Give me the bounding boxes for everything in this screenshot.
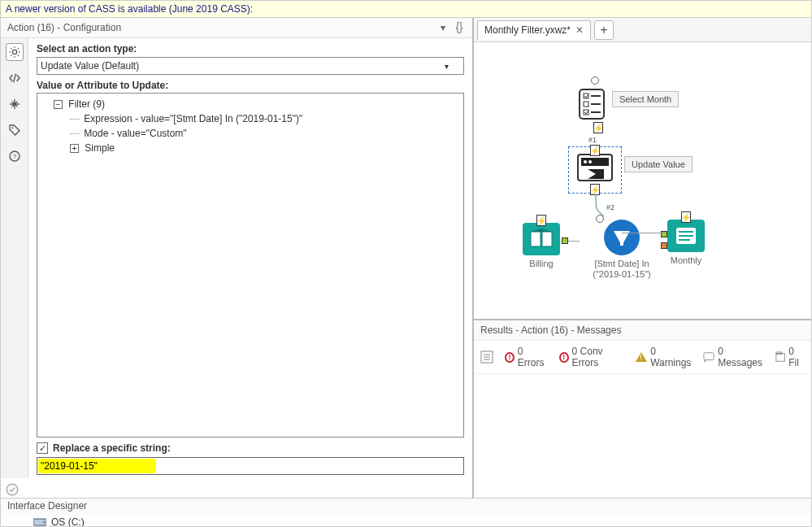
- action-type-value: Update Value (Default): [41, 60, 139, 72]
- tab-label: Monthly Filter.yxwz*: [484, 24, 571, 36]
- svg-point-14: [588, 160, 592, 163]
- drive-row[interactable]: OS (C:): [1, 514, 811, 527]
- config-panel-header: Action (16) - Configuration ▾: [1, 18, 472, 38]
- tree-node-mode[interactable]: Mode - value="Custom": [42, 126, 458, 141]
- anchor-q-icon: [591, 76, 599, 85]
- tree-node-label: Filter (9): [68, 98, 105, 110]
- replace-checkbox[interactable]: ✓: [37, 442, 48, 454]
- tab-monthly-filter[interactable]: Monthly Filter.yxwz* ✕: [477, 20, 591, 40]
- tool-list-box[interactable]: [576, 88, 614, 120]
- cass-update-banner: A newer version of CASS is available (Ju…: [1, 1, 811, 18]
- tool-label: Monthly: [671, 255, 702, 266]
- action-type-select[interactable]: Update Value (Default) ▾: [37, 57, 464, 75]
- svg-rect-18: [620, 239, 623, 246]
- arrows-icon[interactable]: [6, 95, 24, 113]
- results-conv-errors[interactable]: ! 0 Conv Errors: [559, 346, 624, 368]
- warnings-count: 0 Warnings: [650, 346, 692, 368]
- tool-label: [Stmt Date] In ("2019-01-15"): [581, 259, 662, 280]
- close-icon[interactable]: ✕: [575, 24, 584, 36]
- validate-ok-icon: [4, 481, 20, 498]
- anchor-q-icon: [596, 215, 604, 223]
- results-panel: Results - Action (16) - Messages ! 0 Err…: [474, 319, 811, 498]
- errors-count: 0 Errors: [518, 346, 548, 368]
- results-messages[interactable]: 0 Messages: [703, 346, 764, 368]
- hash2-label: #2: [606, 203, 614, 211]
- files-count: 0 Fil: [788, 346, 805, 368]
- tree-node-expression[interactable]: Expression - value="[Stmt Date] In ("201…: [42, 111, 458, 126]
- results-toolbar: ! 0 Errors ! 0 Conv Errors 0 Warnings 0 …: [474, 341, 811, 374]
- svg-point-31: [43, 521, 45, 523]
- tag-icon[interactable]: [6, 121, 24, 139]
- results-menu-icon[interactable]: [480, 351, 493, 364]
- config-panel: Action (16) - Configuration ▾: [1, 18, 474, 498]
- annotation-select-month: Select Month: [612, 91, 679, 107]
- config-tree[interactable]: − Filter (9) Expression - value="[Stmt D…: [37, 93, 464, 438]
- anchor-f: [661, 242, 667, 249]
- xml-icon[interactable]: [6, 69, 24, 87]
- results-errors[interactable]: ! 0 Errors: [505, 346, 548, 368]
- tool-action-update-value[interactable]: ⚡ ⚡: [576, 151, 614, 184]
- bolt-icon: ⚡: [536, 215, 546, 226]
- connector: [622, 233, 666, 233]
- tool-label: Billing: [529, 259, 553, 269]
- svg-rect-28: [776, 354, 784, 362]
- annotation-update-value: Update Value: [624, 156, 693, 172]
- connector: [568, 241, 580, 242]
- config-icon-rail: ?: [1, 38, 28, 478]
- interface-designer-bar[interactable]: Interface Designer: [1, 498, 811, 514]
- replace-label: Replace a specific string:: [53, 442, 171, 454]
- tree-connector: [70, 119, 80, 120]
- conv-errors-count: 0 Conv Errors: [572, 346, 625, 368]
- tree-node-label: Expression - value="[Stmt Date] In ("201…: [84, 113, 302, 124]
- tree-connector: [70, 133, 80, 134]
- tree-label: Value or Attribute to Update:: [37, 80, 464, 91]
- output-anchor: [562, 237, 568, 244]
- tree-expand-icon[interactable]: +: [70, 144, 79, 153]
- tool-input-billing[interactable]: ⚡ Billing: [523, 223, 560, 269]
- chevron-down-icon: ▾: [445, 62, 449, 71]
- tree-node-filter[interactable]: − Filter (9): [42, 97, 458, 111]
- svg-rect-29: [776, 352, 782, 355]
- collapse-chevron-icon[interactable]: ▾: [436, 21, 449, 34]
- workflow-canvas[interactable]: ⚡ Select Month #1 ⚡ ⚡ Update Value: [474, 42, 811, 319]
- results-title: Results - Action (16) - Messages: [474, 320, 811, 341]
- gear-icon[interactable]: [6, 43, 24, 61]
- tree-node-label: Simple: [85, 142, 115, 154]
- tool-filter[interactable]: [Stmt Date] In ("2019-01-15"): [581, 220, 662, 280]
- bolt-icon: ⚡: [593, 122, 603, 133]
- action-type-label: Select an action type:: [37, 43, 464, 54]
- config-panel-title: Action (16) - Configuration: [7, 22, 121, 33]
- bolt-icon: ⚡: [681, 211, 691, 223]
- replace-string-input[interactable]: [37, 457, 464, 475]
- tree-node-label: Mode - value="Custom": [84, 128, 186, 139]
- svg-point-0: [11, 127, 13, 128]
- drive-icon: [33, 517, 46, 527]
- tree-node-simple[interactable]: + Simple: [42, 141, 458, 155]
- results-files[interactable]: 0 Fil: [775, 346, 805, 368]
- drive-label: OS (C:): [51, 516, 85, 527]
- pin-icon[interactable]: [453, 21, 466, 34]
- svg-text:?: ?: [12, 153, 16, 160]
- new-tab-button[interactable]: +: [594, 20, 614, 40]
- svg-point-13: [584, 160, 587, 163]
- bolt-icon: ⚡: [590, 145, 600, 156]
- svg-rect-27: [704, 353, 714, 360]
- messages-count: 0 Messages: [718, 346, 764, 368]
- results-warnings[interactable]: 0 Warnings: [636, 346, 692, 368]
- hash1-label: #1: [588, 136, 597, 144]
- tree-collapse-icon[interactable]: −: [54, 100, 63, 109]
- tool-output-monthly[interactable]: ⚡ Monthly: [667, 220, 705, 266]
- config-form: Select an action type: Update Value (Def…: [28, 38, 472, 478]
- help-icon[interactable]: ?: [6, 147, 24, 165]
- workflow-tab-bar: Monthly Filter.yxwz* ✕ +: [474, 18, 811, 42]
- svg-point-3: [7, 484, 18, 495]
